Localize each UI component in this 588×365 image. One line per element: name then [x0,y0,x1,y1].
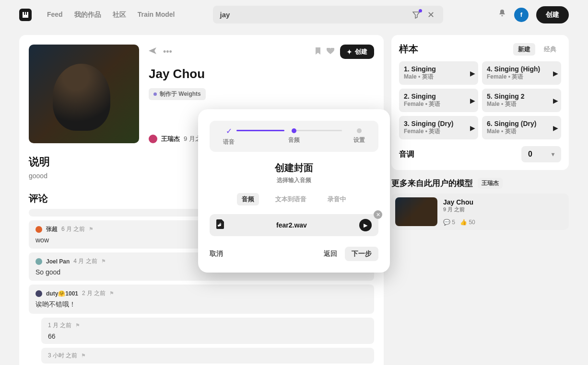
step-audio[interactable]: 音频 [288,128,300,144]
modal-foot: 取消 返回 下一步 [210,247,378,261]
file-row: fear2.wav ▶ ✕ [210,214,378,236]
step-settings-label: 设置 [353,136,365,144]
modal-sub: 选择输入音频 [210,176,378,184]
step-audio-label: 音频 [288,136,300,144]
file-name: fear2.wav [230,221,353,229]
check-icon: ✓ [224,126,233,135]
mtab-audio[interactable]: 音频 [237,193,259,205]
step-voice-label: 语音 [223,138,235,146]
step-dot [357,128,362,133]
audio-file-icon [216,219,224,231]
mtab-recording[interactable]: 录音中 [323,193,351,205]
modal-title: 创建封面 [210,161,378,174]
play-icon[interactable]: ▶ [359,219,372,231]
create-cover-modal: ✓ 语音 音频 设置 创建封面 选择输入音频 音频 文本到语音 录音中 fear… [198,109,390,273]
step-dot-active [292,128,296,133]
modal-tabs: 音频 文本到语音 录音中 [210,193,378,205]
next-button[interactable]: 下一步 [345,247,378,261]
stepper: ✓ 语音 音频 设置 [210,121,378,152]
step-bar-1 [236,130,284,131]
back-button[interactable]: 返回 [324,250,337,258]
remove-file-icon[interactable]: ✕ [374,210,382,219]
step-settings[interactable]: 设置 [353,128,365,144]
step-voice[interactable]: ✓ 语音 [223,126,235,146]
cancel-button[interactable]: 取消 [210,250,223,258]
modal-backdrop: ✓ 语音 音频 设置 创建封面 选择输入音频 音频 文本到语音 录音中 fear… [0,0,588,365]
mtab-tts[interactable]: 文本到语音 [270,193,311,205]
step-bar-2 [294,130,342,131]
